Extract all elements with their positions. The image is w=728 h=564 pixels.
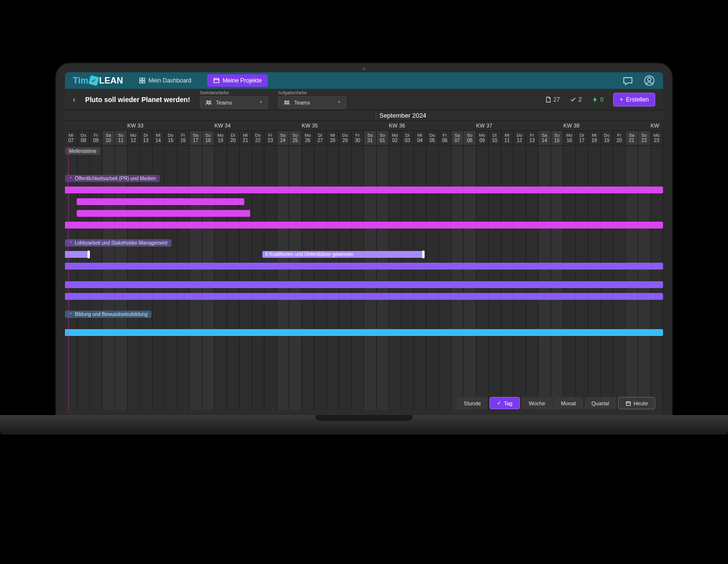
task-handle[interactable] bbox=[87, 251, 90, 258]
project-title: Pluto soll wieder Planet werden! bbox=[85, 96, 190, 104]
nav-dashboard[interactable]: Mein Dashboard bbox=[133, 74, 197, 87]
swimlane-lobby[interactable]: ⌃Lobbyarbeit und Stakeholder-Management bbox=[65, 238, 663, 248]
day-cell[interactable]: Mi14 bbox=[152, 131, 165, 145]
day-cell[interactable]: Fr09 bbox=[90, 131, 103, 145]
nav-projects[interactable]: Meine Projekte bbox=[207, 74, 268, 87]
day-cell[interactable]: So25 bbox=[289, 131, 302, 145]
day-cell[interactable]: Sa21 bbox=[626, 131, 639, 145]
day-cell[interactable]: Mo26 bbox=[302, 131, 315, 145]
swimlane-color-dropdown[interactable]: Teams bbox=[200, 96, 268, 109]
day-cell[interactable]: So11 bbox=[115, 131, 128, 145]
swimlane-pr[interactable]: ⌃Öffentlichkeitsarbeit (PR) und Medien bbox=[65, 174, 663, 184]
view-quartal-button[interactable]: Quartal bbox=[585, 397, 616, 409]
day-cell[interactable]: So01 bbox=[377, 131, 389, 145]
task-bar[interactable] bbox=[77, 210, 250, 217]
day-cell[interactable]: Sa14 bbox=[538, 131, 551, 145]
day-cell[interactable]: Mi18 bbox=[588, 131, 601, 145]
gantt-row bbox=[65, 322, 663, 326]
week-label: KW 34 bbox=[214, 123, 231, 128]
day-cell[interactable]: Mi11 bbox=[501, 131, 514, 145]
swimlane-milestones[interactable]: Meilensteine bbox=[65, 146, 663, 156]
day-cell[interactable]: So15 bbox=[551, 131, 564, 145]
task-bar-koalitionen[interactable]: 6 Koalitionen und Unterstützer gewinnen bbox=[262, 251, 424, 258]
day-cell[interactable]: Mo23 bbox=[651, 131, 664, 145]
day-cell[interactable]: Mo12 bbox=[128, 131, 140, 145]
view-woche-button[interactable]: Woche bbox=[522, 397, 552, 409]
app-logo[interactable]: Tim✓LEAN bbox=[73, 76, 123, 86]
view-monat-button[interactable]: Monat bbox=[554, 397, 583, 409]
day-cell[interactable]: Sa24 bbox=[277, 131, 290, 145]
bolts-count[interactable]: 0 bbox=[592, 96, 604, 103]
swimlane-lobby-tag: ⌃Lobbyarbeit und Stakeholder-Management bbox=[65, 239, 171, 247]
day-cell[interactable]: Mo19 bbox=[214, 131, 227, 145]
day-cell[interactable]: Do05 bbox=[427, 131, 439, 145]
day-cell[interactable]: Fr30 bbox=[352, 131, 364, 145]
create-button[interactable]: +Erstellen bbox=[613, 93, 655, 106]
day-cell[interactable]: Sa10 bbox=[103, 131, 115, 145]
chat-icon[interactable] bbox=[622, 75, 634, 86]
task-bar[interactable] bbox=[65, 222, 663, 229]
gantt-row[interactable]: 6 Koalitionen und Unterstützer gewinnen bbox=[65, 251, 663, 260]
task-bar[interactable] bbox=[65, 187, 663, 193]
day-cell[interactable]: Do19 bbox=[601, 131, 614, 145]
day-cell[interactable]: Fr16 bbox=[177, 131, 190, 145]
docs-count[interactable]: 27 bbox=[545, 96, 560, 103]
day-cell[interactable]: Do29 bbox=[339, 131, 352, 145]
view-stunde-button[interactable]: Stunde bbox=[457, 397, 488, 409]
day-cell[interactable]: Di20 bbox=[227, 131, 240, 145]
day-cell[interactable]: Mi04 bbox=[414, 131, 427, 145]
gantt-row[interactable] bbox=[65, 187, 663, 195]
day-cell[interactable]: Fr20 bbox=[613, 131, 626, 145]
day-cell[interactable]: So22 bbox=[638, 131, 651, 145]
day-cell[interactable]: Do12 bbox=[514, 131, 526, 145]
gantt-row[interactable] bbox=[65, 281, 663, 290]
day-cell[interactable]: Di10 bbox=[489, 131, 501, 145]
gantt-row[interactable] bbox=[65, 210, 663, 219]
swimlane-color-value: Teams bbox=[216, 100, 232, 105]
today-button[interactable]: Heute bbox=[618, 397, 655, 409]
day-cell[interactable]: Fr13 bbox=[526, 131, 539, 145]
day-cell[interactable]: Mo16 bbox=[563, 131, 576, 145]
task-color-dropdown[interactable]: Teams bbox=[278, 96, 346, 109]
day-cell[interactable]: Di03 bbox=[402, 131, 414, 145]
task-bar[interactable] bbox=[77, 198, 244, 205]
day-cell[interactable]: Do22 bbox=[252, 131, 265, 145]
day-cell[interactable]: Fr23 bbox=[264, 131, 277, 145]
checks-count[interactable]: 2 bbox=[570, 96, 582, 103]
chevron-up-icon: ⌃ bbox=[69, 241, 73, 246]
day-cell[interactable]: Mo09 bbox=[476, 131, 489, 145]
task-bar[interactable] bbox=[65, 293, 663, 300]
day-cell[interactable]: Sa31 bbox=[364, 131, 377, 145]
gantt-row[interactable] bbox=[65, 329, 663, 338]
gantt-row[interactable] bbox=[65, 222, 663, 230]
calendar-icon bbox=[625, 400, 631, 406]
day-cell[interactable]: Do08 bbox=[78, 131, 90, 145]
teams-icon bbox=[283, 99, 290, 106]
day-cell[interactable]: Di17 bbox=[576, 131, 589, 145]
dashboard-icon bbox=[139, 77, 146, 84]
day-cell[interactable]: Sa17 bbox=[190, 131, 202, 145]
day-cell[interactable]: Mi21 bbox=[239, 131, 252, 145]
day-cell[interactable]: Mo02 bbox=[389, 131, 402, 145]
gantt-body[interactable]: Meilensteine ⌃Öffentlichkeitsarbeit (PR)… bbox=[65, 146, 663, 410]
day-cell[interactable]: Fr06 bbox=[439, 131, 451, 145]
gantt-row[interactable] bbox=[65, 293, 663, 302]
back-arrow-icon[interactable]: ‹ bbox=[73, 95, 75, 104]
day-cell[interactable]: Mi07 bbox=[65, 131, 78, 145]
task-bar[interactable] bbox=[65, 263, 663, 270]
user-avatar-icon[interactable] bbox=[643, 75, 655, 86]
day-cell[interactable]: Do15 bbox=[165, 131, 177, 145]
task-handle[interactable] bbox=[422, 251, 425, 258]
swimlane-bildung[interactable]: ⌃Bildung und Bewusstseinsbildung bbox=[65, 310, 663, 319]
task-bar[interactable] bbox=[65, 329, 663, 336]
day-cell[interactable]: Mi28 bbox=[327, 131, 340, 145]
gantt-row[interactable] bbox=[65, 198, 663, 207]
task-bar[interactable] bbox=[65, 281, 663, 288]
view-tag-button[interactable]: ✓Tag bbox=[490, 397, 520, 409]
day-cell[interactable]: So08 bbox=[464, 131, 476, 145]
day-cell[interactable]: Di27 bbox=[314, 131, 327, 145]
day-cell[interactable]: Di13 bbox=[140, 131, 152, 145]
day-cell[interactable]: So18 bbox=[202, 131, 215, 145]
gantt-row[interactable] bbox=[65, 263, 663, 272]
day-cell[interactable]: Sa07 bbox=[451, 131, 464, 145]
